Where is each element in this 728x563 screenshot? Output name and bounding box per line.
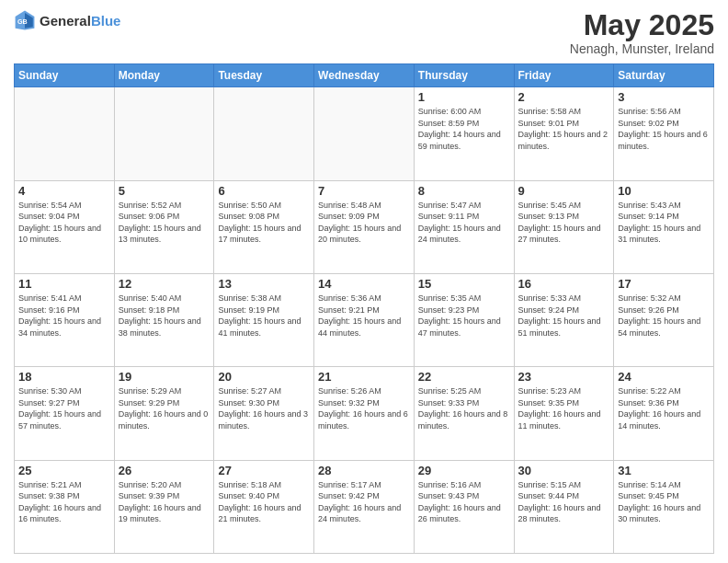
table-row: 27Sunrise: 5:18 AMSunset: 9:40 PMDayligh… <box>214 460 314 553</box>
day-number: 16 <box>518 277 610 291</box>
table-row: 30Sunrise: 5:15 AMSunset: 9:44 PMDayligh… <box>514 460 614 553</box>
day-number: 1 <box>418 90 510 104</box>
day-number: 30 <box>518 464 610 477</box>
week-row-4: 18Sunrise: 5:30 AMSunset: 9:27 PMDayligh… <box>15 367 714 460</box>
day-info: Sunrise: 5:18 AMSunset: 9:40 PMDaylight:… <box>218 479 310 525</box>
table-row <box>15 87 115 180</box>
day-number: 5 <box>119 184 210 198</box>
logo-icon: GB <box>14 9 36 31</box>
day-info: Sunrise: 5:30 AMSunset: 9:27 PMDaylight:… <box>18 385 110 431</box>
day-number: 31 <box>618 464 710 477</box>
page: GB GeneralBlue May 2025 Nenagh, Munster,… <box>0 0 728 563</box>
day-info: Sunrise: 5:45 AMSunset: 9:13 PMDaylight:… <box>518 200 610 246</box>
table-row: 7Sunrise: 5:48 AMSunset: 9:09 PMDaylight… <box>314 180 415 273</box>
table-row: 5Sunrise: 5:52 AMSunset: 9:06 PMDaylight… <box>114 180 214 273</box>
day-info: Sunrise: 5:40 AMSunset: 9:18 PMDaylight:… <box>119 293 210 339</box>
week-row-5: 25Sunrise: 5:21 AMSunset: 9:38 PMDayligh… <box>15 460 714 553</box>
day-number: 4 <box>18 184 110 198</box>
title-block: May 2025 Nenagh, Munster, Ireland <box>570 9 714 56</box>
day-info: Sunrise: 5:47 AMSunset: 9:11 PMDaylight:… <box>418 200 510 246</box>
logo-text: GeneralBlue <box>40 13 120 29</box>
header-friday: Friday <box>514 64 614 87</box>
table-row: 17Sunrise: 5:32 AMSunset: 9:26 PMDayligh… <box>614 273 714 366</box>
day-info: Sunrise: 5:26 AMSunset: 9:32 PMDaylight:… <box>318 385 410 431</box>
table-row: 13Sunrise: 5:38 AMSunset: 9:19 PMDayligh… <box>214 273 314 366</box>
day-info: Sunrise: 5:21 AMSunset: 9:38 PMDaylight:… <box>18 479 110 525</box>
day-info: Sunrise: 5:58 AMSunset: 9:01 PMDaylight:… <box>518 106 610 152</box>
day-number: 9 <box>518 184 610 198</box>
day-info: Sunrise: 5:35 AMSunset: 9:23 PMDaylight:… <box>418 293 510 339</box>
header-sunday: Sunday <box>15 64 115 87</box>
table-row: 16Sunrise: 5:33 AMSunset: 9:24 PMDayligh… <box>514 273 614 366</box>
day-number: 6 <box>218 184 310 198</box>
header-wednesday: Wednesday <box>314 64 415 87</box>
day-info: Sunrise: 5:27 AMSunset: 9:30 PMDaylight:… <box>218 385 310 431</box>
table-row: 12Sunrise: 5:40 AMSunset: 9:18 PMDayligh… <box>114 273 214 366</box>
day-info: Sunrise: 5:33 AMSunset: 9:24 PMDaylight:… <box>518 293 610 339</box>
table-row: 25Sunrise: 5:21 AMSunset: 9:38 PMDayligh… <box>15 460 115 553</box>
logo: GB GeneralBlue <box>14 9 120 31</box>
day-info: Sunrise: 6:00 AMSunset: 8:59 PMDaylight:… <box>418 106 510 152</box>
day-info: Sunrise: 5:22 AMSunset: 9:36 PMDaylight:… <box>618 385 710 431</box>
day-number: 3 <box>618 90 710 104</box>
day-info: Sunrise: 5:41 AMSunset: 9:16 PMDaylight:… <box>18 293 110 339</box>
table-row: 18Sunrise: 5:30 AMSunset: 9:27 PMDayligh… <box>15 367 115 460</box>
day-info: Sunrise: 5:14 AMSunset: 9:45 PMDaylight:… <box>618 479 710 525</box>
table-row: 23Sunrise: 5:23 AMSunset: 9:35 PMDayligh… <box>514 367 614 460</box>
day-number: 8 <box>418 184 510 198</box>
location: Nenagh, Munster, Ireland <box>570 41 714 56</box>
day-number: 2 <box>518 90 610 104</box>
day-info: Sunrise: 5:25 AMSunset: 9:33 PMDaylight:… <box>418 385 510 431</box>
weekday-header-row: Sunday Monday Tuesday Wednesday Thursday… <box>15 64 714 87</box>
day-number: 27 <box>218 464 310 477</box>
day-info: Sunrise: 5:32 AMSunset: 9:26 PMDaylight:… <box>618 293 710 339</box>
svg-text:GB: GB <box>17 17 28 26</box>
day-number: 12 <box>119 277 210 291</box>
week-row-2: 4Sunrise: 5:54 AMSunset: 9:04 PMDaylight… <box>15 180 714 273</box>
day-info: Sunrise: 5:48 AMSunset: 9:09 PMDaylight:… <box>318 200 410 246</box>
day-info: Sunrise: 5:56 AMSunset: 9:02 PMDaylight:… <box>618 106 710 152</box>
day-info: Sunrise: 5:23 AMSunset: 9:35 PMDaylight:… <box>518 385 610 431</box>
day-number: 14 <box>318 277 410 291</box>
table-row: 3Sunrise: 5:56 AMSunset: 9:02 PMDaylight… <box>614 87 714 180</box>
table-row: 20Sunrise: 5:27 AMSunset: 9:30 PMDayligh… <box>214 367 314 460</box>
day-info: Sunrise: 5:54 AMSunset: 9:04 PMDaylight:… <box>18 200 110 246</box>
calendar-table: Sunday Monday Tuesday Wednesday Thursday… <box>14 63 714 554</box>
day-info: Sunrise: 5:20 AMSunset: 9:39 PMDaylight:… <box>119 479 210 525</box>
table-row: 29Sunrise: 5:16 AMSunset: 9:43 PMDayligh… <box>414 460 514 553</box>
table-row: 19Sunrise: 5:29 AMSunset: 9:29 PMDayligh… <box>114 367 214 460</box>
table-row: 22Sunrise: 5:25 AMSunset: 9:33 PMDayligh… <box>414 367 514 460</box>
table-row: 28Sunrise: 5:17 AMSunset: 9:42 PMDayligh… <box>314 460 415 553</box>
table-row: 31Sunrise: 5:14 AMSunset: 9:45 PMDayligh… <box>614 460 714 553</box>
day-info: Sunrise: 5:38 AMSunset: 9:19 PMDaylight:… <box>218 293 310 339</box>
table-row <box>314 87 415 180</box>
table-row <box>214 87 314 180</box>
week-row-1: 1Sunrise: 6:00 AMSunset: 8:59 PMDaylight… <box>15 87 714 180</box>
day-info: Sunrise: 5:16 AMSunset: 9:43 PMDaylight:… <box>418 479 510 525</box>
day-number: 7 <box>318 184 410 198</box>
table-row: 26Sunrise: 5:20 AMSunset: 9:39 PMDayligh… <box>114 460 214 553</box>
table-row: 9Sunrise: 5:45 AMSunset: 9:13 PMDaylight… <box>514 180 614 273</box>
table-row: 4Sunrise: 5:54 AMSunset: 9:04 PMDaylight… <box>15 180 115 273</box>
day-info: Sunrise: 5:15 AMSunset: 9:44 PMDaylight:… <box>518 479 610 525</box>
day-number: 18 <box>18 370 110 384</box>
day-number: 11 <box>18 277 110 291</box>
header: GB GeneralBlue May 2025 Nenagh, Munster,… <box>14 9 714 56</box>
day-info: Sunrise: 5:43 AMSunset: 9:14 PMDaylight:… <box>618 200 710 246</box>
day-number: 10 <box>618 184 710 198</box>
day-number: 29 <box>418 464 510 477</box>
table-row: 21Sunrise: 5:26 AMSunset: 9:32 PMDayligh… <box>314 367 415 460</box>
day-number: 26 <box>119 464 210 477</box>
day-number: 17 <box>618 277 710 291</box>
day-number: 25 <box>18 464 110 477</box>
day-number: 19 <box>119 370 210 384</box>
day-info: Sunrise: 5:52 AMSunset: 9:06 PMDaylight:… <box>119 200 210 246</box>
header-monday: Monday <box>114 64 214 87</box>
month-title: May 2025 <box>570 9 714 41</box>
day-number: 21 <box>318 370 410 384</box>
header-saturday: Saturday <box>614 64 714 87</box>
table-row: 14Sunrise: 5:36 AMSunset: 9:21 PMDayligh… <box>314 273 415 366</box>
day-number: 22 <box>418 370 510 384</box>
header-thursday: Thursday <box>414 64 514 87</box>
table-row: 2Sunrise: 5:58 AMSunset: 9:01 PMDaylight… <box>514 87 614 180</box>
